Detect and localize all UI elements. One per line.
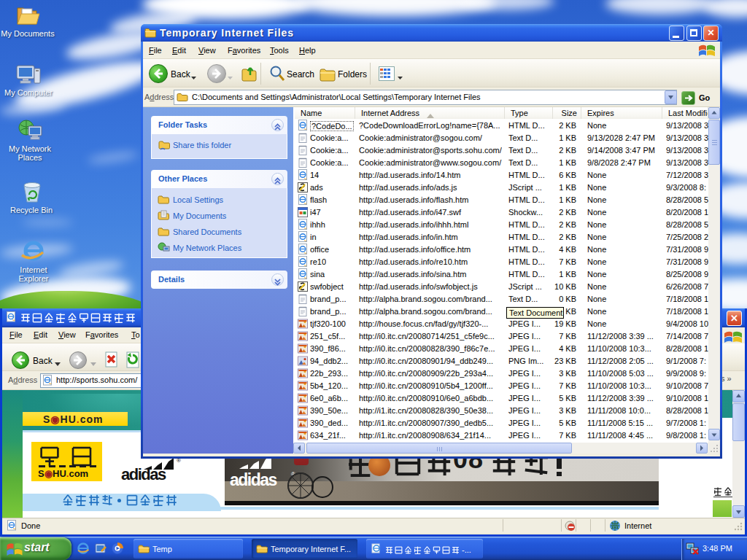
- svg-text:adidas: adidas: [230, 470, 277, 489]
- svg-text:adidas: adidas: [121, 465, 166, 481]
